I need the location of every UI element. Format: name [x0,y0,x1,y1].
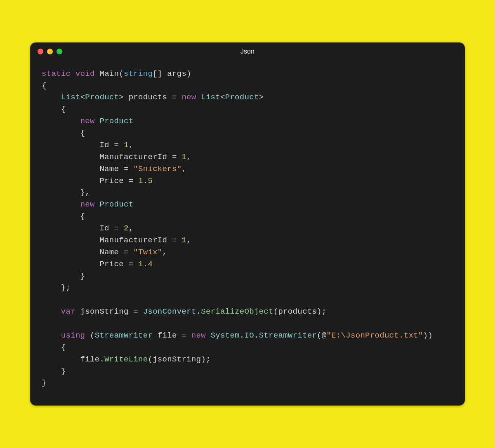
type-io: IO [245,331,254,340]
code-block: static void Main(string[] args) { List<P… [30,61,465,406]
punct: , [186,152,191,162]
punct: (products); [273,307,327,316]
method-serialize: SerializeObject [201,307,273,316]
window-title: Json [30,48,465,55]
brace: } [42,378,47,387]
space [95,117,100,126]
indent [42,307,61,316]
brace: }, [42,188,90,197]
brace: } [42,272,85,281]
keyword-var: var [61,307,75,316]
prop-mfr: ManufacturerId = [42,152,182,162]
type-product: Product [99,200,133,209]
indent [42,117,80,126]
num: 1 [182,236,186,245]
num: 1.4 [138,260,153,269]
keyword-static: static [42,69,71,78]
num: 1 [124,141,129,150]
close-icon[interactable] [38,49,43,54]
keyword-new: new [191,331,206,340]
keyword-new: new [80,117,95,126]
punct: . [254,331,259,340]
keyword-new: new [182,93,196,102]
brace: }; [42,283,71,292]
type-streamwriter: StreamWriter [259,331,317,340]
brace: { [42,343,66,352]
type-streamwriter: StreamWriter [95,331,153,340]
type-product: Product [99,117,133,126]
space [206,331,211,340]
punct: (jsonString); [148,355,210,364]
space [95,200,100,209]
indent [42,93,61,102]
string-path: "E:\JsonProduct.txt" [326,331,423,340]
fn-main: Main [99,69,119,78]
punct: jsonString = [75,307,143,316]
punct: [] args) [153,69,191,78]
punct: < [220,93,225,102]
punct: . [196,307,201,316]
type-system: System [211,331,240,340]
type-jsonconvert: JsonConvert [143,307,196,316]
punct: file. [42,355,104,364]
brace: { [42,129,85,138]
prop-id: Id = [42,224,124,233]
keyword-void: void [75,69,95,78]
punct: (@ [317,331,326,340]
type-string: string [124,69,153,78]
method-writeline: WriteLine [104,355,148,364]
keyword-new: new [80,200,95,209]
prop-mfr: ManufacturerId = [42,236,182,245]
punct: > [259,93,264,102]
titlebar: Json [30,42,465,61]
indent [42,331,61,340]
punct: )) [423,331,433,340]
brace: { [42,212,85,221]
string: "Snickers" [133,164,182,174]
punct: ( [85,331,94,340]
keyword-using: using [61,331,85,340]
minimize-icon[interactable] [47,49,53,54]
prop-price: Price = [42,260,138,269]
punct: . [240,331,245,340]
brace: } [42,367,66,376]
string: "Twix" [133,248,162,257]
punct: file = [153,331,191,340]
punct: < [80,93,85,102]
code-window: Json static void Main(string[] args) { L… [30,42,465,406]
prop-name: Name = [42,248,133,257]
punct: , [182,164,186,174]
brace: { [42,105,66,114]
prop-name: Name = [42,164,133,174]
punct: , [129,141,134,150]
punct: , [129,224,134,233]
num: 1 [182,152,186,162]
punct: ( [119,69,124,78]
type-list: List [61,93,80,102]
brace: { [42,81,47,90]
window-controls [38,49,62,54]
punct: , [163,248,167,257]
type-product: Product [85,93,119,102]
type-list: List [201,93,220,102]
punct: > products = [119,93,182,102]
space [196,93,201,102]
prop-id: Id = [42,141,124,150]
prop-price: Price = [42,176,138,185]
type-product: Product [225,93,259,102]
num: 2 [124,224,129,233]
indent [42,200,80,209]
num: 1.5 [138,176,153,185]
punct: , [186,236,191,245]
zoom-icon[interactable] [57,49,62,54]
